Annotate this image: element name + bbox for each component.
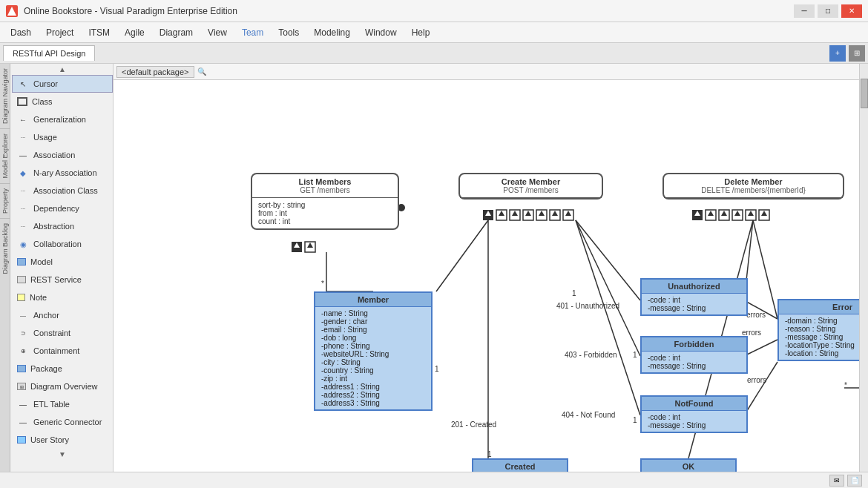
tab-icon-btn-2[interactable]: ⊞ bbox=[849, 45, 865, 62]
note-icon bbox=[17, 294, 25, 301]
right-scrollbar[interactable] bbox=[859, 64, 868, 472]
svg-line-38 bbox=[576, 220, 640, 300]
create-member-box[interactable]: Create Member POST /members bbox=[458, 173, 603, 200]
list-members-header: List Members GET /members bbox=[252, 174, 398, 198]
svg-text:*: * bbox=[321, 280, 324, 288]
tab-icons: + ⊞ bbox=[829, 45, 865, 62]
sidebar-constraint-label: Constraint bbox=[33, 329, 70, 337]
svg-marker-17 bbox=[539, 211, 545, 216]
list-members-box[interactable]: List Members GET /members sort-by : stri… bbox=[251, 173, 399, 230]
list-members-title: List Members bbox=[258, 177, 392, 186]
sidebar-inner: ▲ ↖ Cursor Class ← Generalization ··· Us… bbox=[12, 64, 113, 472]
svg-marker-25 bbox=[708, 211, 714, 216]
svg-text:errors: errors bbox=[746, 311, 766, 319]
error-header: Error bbox=[779, 300, 859, 314]
menu-dash[interactable]: Dash bbox=[3, 24, 39, 41]
email-status-icon[interactable]: ✉ bbox=[829, 475, 844, 487]
tabbar: RESTful API Design + ⊞ bbox=[0, 43, 868, 64]
svg-text:403 - Forbidden: 403 - Forbidden bbox=[565, 351, 617, 359]
sidebar-item-note[interactable]: Note bbox=[12, 288, 113, 306]
scroll-thumb[interactable] bbox=[861, 79, 868, 108]
sidebar-item-package[interactable]: Package bbox=[12, 360, 113, 377]
menu-agile[interactable]: Agile bbox=[117, 24, 152, 41]
package-icon bbox=[17, 365, 26, 372]
sidebar-item-generalization[interactable]: ← Generalization bbox=[12, 111, 113, 128]
sidebar-item-anchor[interactable]: — Anchor bbox=[12, 306, 113, 324]
member-box[interactable]: Member -name : String -gender : char -em… bbox=[314, 291, 433, 411]
doc-status-icon[interactable]: 📄 bbox=[847, 475, 862, 487]
sidebar-item-etl[interactable]: — ETL Table bbox=[12, 395, 113, 413]
sidebar: Diagram Navigator Model Explorer Propert… bbox=[0, 64, 114, 472]
sidebar-item-assoc-class[interactable]: ··· Association Class bbox=[12, 182, 113, 200]
sidebar-item-abstraction[interactable]: ··· Abstraction bbox=[12, 217, 113, 235]
sidebar-item-containment[interactable]: ⊕ Containment bbox=[12, 342, 113, 360]
delete-member-title: Delete Member bbox=[670, 177, 837, 186]
ok-box[interactable]: OK -code : int -message : String bbox=[640, 458, 737, 472]
svg-rect-32 bbox=[759, 210, 769, 220]
sidebar-item-constraint[interactable]: ⊃ Constraint bbox=[12, 324, 113, 342]
menu-tools[interactable]: Tools bbox=[271, 24, 306, 41]
sidebar-item-collaboration[interactable]: ◉ Collaboration bbox=[12, 235, 113, 253]
menu-window[interactable]: Window bbox=[358, 24, 404, 41]
sidebar-item-model[interactable]: Model bbox=[12, 253, 113, 271]
sidebar-item-rest[interactable]: REST Service bbox=[12, 271, 113, 288]
main-layout: Diagram Navigator Model Explorer Propert… bbox=[0, 64, 868, 472]
sidebar-item-usage[interactable]: ··· Usage bbox=[12, 128, 113, 146]
titlebar: Online Bookstore - Visual Paradigm Enter… bbox=[0, 0, 868, 22]
sidebar-item-diagram-overview[interactable]: ⊞ Diagram Overview bbox=[12, 377, 113, 395]
sidebar-item-class[interactable]: Class bbox=[12, 93, 113, 111]
forbidden-box[interactable]: Forbidden -code : int -message : String bbox=[640, 336, 748, 374]
menu-modeling[interactable]: Modeling bbox=[306, 24, 358, 41]
sidebar-package-label: Package bbox=[30, 364, 62, 373]
svg-marker-31 bbox=[748, 211, 754, 216]
menu-help[interactable]: Help bbox=[404, 24, 438, 41]
class-icon bbox=[17, 97, 27, 106]
error-box[interactable]: Error -domain : String -reason : String … bbox=[777, 299, 859, 361]
svg-marker-9 bbox=[485, 211, 491, 216]
collaboration-icon: ◉ bbox=[17, 239, 29, 249]
diagram-canvas[interactable]: * 1 401 - Unauthorized 1 403 - Forbidden… bbox=[114, 80, 859, 472]
notfound-header: NotFound bbox=[642, 397, 746, 411]
create-member-subtitle: POST /members bbox=[466, 186, 596, 194]
delete-member-subtitle: DELETE /members/{memberId} bbox=[670, 186, 837, 194]
tab-restful-api[interactable]: RESTful API Design bbox=[3, 45, 95, 61]
create-member-title: Create Member bbox=[466, 177, 596, 186]
delete-member-box[interactable]: Delete Member DELETE /members/{memberId} bbox=[662, 173, 844, 200]
svg-text:401 - Unauthorized: 401 - Unauthorized bbox=[556, 302, 619, 310]
sidebar-item-cursor[interactable]: ↖ Cursor bbox=[12, 75, 113, 93]
sidebar-item-n-ary[interactable]: ◆ N-ary Association bbox=[12, 164, 113, 182]
sidebar-diagram-overview-label: Diagram Overview bbox=[30, 382, 97, 391]
package-tag[interactable]: <default package> bbox=[116, 66, 194, 78]
created-box[interactable]: Created -code : int -message : String -m… bbox=[472, 458, 568, 472]
content-area: <default package> 🔍 bbox=[114, 64, 859, 472]
menu-project[interactable]: Project bbox=[39, 24, 81, 41]
svg-text:1: 1 bbox=[633, 416, 637, 424]
app-title: Online Bookstore - Visual Paradigm Enter… bbox=[24, 6, 237, 16]
dependency-icon: ··· bbox=[17, 203, 29, 214]
sidebar-item-generic[interactable]: — Generic Connector bbox=[12, 413, 113, 431]
sidebar-note-label: Note bbox=[30, 293, 47, 302]
close-button[interactable]: ✕ bbox=[841, 4, 862, 18]
minimize-button[interactable]: ─ bbox=[794, 4, 815, 18]
list-members-body: sort-by : string from : int count : int bbox=[252, 198, 398, 228]
sidebar-item-association[interactable]: — Association bbox=[12, 146, 113, 164]
menu-diagram[interactable]: Diagram bbox=[152, 24, 200, 41]
cursor-icon: ↖ bbox=[17, 79, 29, 89]
menu-team[interactable]: Team bbox=[234, 24, 271, 41]
sidebar-item-user-story[interactable]: User Story bbox=[12, 431, 113, 449]
sidebar-rest-label: REST Service bbox=[30, 275, 82, 284]
notfound-box[interactable]: NotFound -code : int -message : String bbox=[640, 395, 748, 433]
svg-rect-8 bbox=[483, 210, 493, 220]
sidebar-item-dependency[interactable]: ··· Dependency bbox=[12, 200, 113, 217]
sidebar-scroll-up[interactable]: ▲ bbox=[12, 64, 113, 75]
search-icon[interactable]: 🔍 bbox=[197, 67, 206, 76]
sidebar-scroll-down[interactable]: ▼ bbox=[12, 449, 113, 460]
menu-view[interactable]: View bbox=[200, 24, 234, 41]
tab-icon-btn-1[interactable]: + bbox=[829, 45, 846, 62]
menu-itsm[interactable]: ITSM bbox=[81, 24, 117, 41]
maximize-button[interactable]: □ bbox=[818, 4, 838, 18]
svg-rect-28 bbox=[732, 210, 743, 220]
diagram-backlog-label: Diagram Backlog bbox=[1, 219, 9, 279]
forbidden-body: -code : int -message : String bbox=[642, 352, 746, 372]
unauthorized-box[interactable]: Unauthorized -code : int -message : Stri… bbox=[640, 278, 748, 316]
